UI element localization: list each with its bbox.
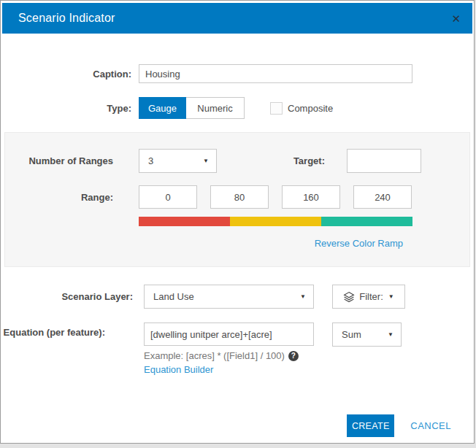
- ramp-segment-red: [139, 217, 230, 226]
- number-of-ranges-row: Number of Ranges 3 ▼ Target:: [5, 149, 469, 173]
- composite-label: Composite: [288, 103, 333, 114]
- chevron-down-icon: ▼: [203, 158, 209, 164]
- range-input-1[interactable]: [139, 185, 197, 209]
- page-title: Scenario Indicator: [18, 12, 115, 25]
- aggregation-dropdown[interactable]: Sum ▼: [332, 323, 402, 347]
- chevron-down-icon: ▼: [388, 294, 394, 300]
- target-input[interactable]: [347, 149, 421, 173]
- range-input-2[interactable]: [210, 185, 269, 209]
- ramp-segment-yellow: [230, 217, 321, 226]
- scenario-indicator-dialog: Scenario Indicator ✕ Caption: Type: Gaug…: [0, 0, 475, 444]
- type-segmented-control: Gauge Numeric: [139, 97, 245, 119]
- filter-label: Filter:: [359, 291, 383, 302]
- close-icon[interactable]: ✕: [451, 13, 461, 24]
- equation-label: Equation (per feature):: [2, 323, 105, 339]
- dialog-footer: CREATE CANCEL: [2, 414, 472, 437]
- aggregation-value: Sum: [342, 329, 361, 340]
- scenario-layer-label: Scenario Layer:: [2, 291, 133, 302]
- equation-builder-row: Equation Builder: [144, 364, 472, 375]
- help-icon[interactable]: ?: [288, 351, 299, 361]
- scenario-layer-value: Land Use: [153, 291, 194, 302]
- layers-icon: [343, 291, 355, 303]
- chevron-down-icon: ▼: [300, 294, 306, 300]
- reverse-color-ramp-link[interactable]: Reverse Color Ramp: [315, 238, 403, 249]
- number-of-ranges-label: Number of Ranges: [5, 155, 113, 166]
- range-input-3[interactable]: [282, 185, 340, 209]
- equation-input[interactable]: [144, 323, 314, 346]
- type-row: Type: Gauge Numeric Composite: [2, 97, 472, 119]
- scenario-layer-row: Scenario Layer: Land Use ▼ Filter: ▼: [2, 285, 472, 309]
- caption-label: Caption:: [2, 69, 131, 80]
- ranges-panel: Number of Ranges 3 ▼ Target: Range: Reve…: [4, 132, 470, 267]
- composite-checkbox[interactable]: [270, 102, 283, 115]
- ramp-segment-green: [321, 217, 412, 226]
- range-row: Range:: [5, 185, 469, 209]
- cancel-button[interactable]: CANCEL: [410, 420, 451, 431]
- equation-row: Equation (per feature): Sum ▼: [2, 323, 472, 347]
- number-of-ranges-value: 3: [148, 155, 153, 166]
- create-button[interactable]: CREATE: [347, 414, 394, 437]
- scenario-layer-dropdown[interactable]: Land Use ▼: [144, 285, 314, 309]
- caption-input[interactable]: [139, 64, 412, 83]
- range-inputs: [139, 185, 412, 209]
- equation-example-row: Example: [acres] * ([Field1] / 100) ?: [144, 350, 472, 361]
- color-ramp: [139, 217, 412, 226]
- equation-builder-link[interactable]: Equation Builder: [144, 364, 213, 375]
- caption-row: Caption:: [2, 64, 472, 83]
- numeric-button[interactable]: Numeric: [186, 97, 245, 119]
- reverse-color-ramp-row: Reverse Color Ramp: [5, 238, 469, 249]
- chevron-down-icon: ▼: [388, 332, 394, 338]
- range-input-4[interactable]: [353, 185, 412, 209]
- target-label: Target:: [217, 155, 325, 166]
- filter-button[interactable]: Filter: ▼: [332, 285, 405, 309]
- number-of-ranges-dropdown[interactable]: 3 ▼: [139, 149, 217, 173]
- dialog-header: Scenario Indicator ✕: [2, 3, 472, 34]
- range-label: Range:: [5, 192, 113, 203]
- equation-example-text: Example: [acres] * ([Field1] / 100): [144, 350, 285, 361]
- gauge-button[interactable]: Gauge: [139, 97, 186, 119]
- type-label: Type:: [2, 103, 131, 114]
